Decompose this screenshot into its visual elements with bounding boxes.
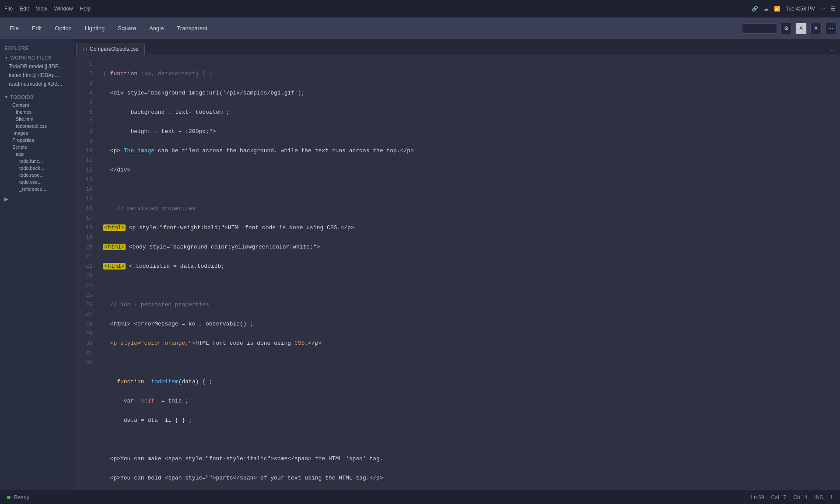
status-left: Ready — [7, 494, 29, 500]
code-line-11: <html> <.todolistid = data.todoidb; — [103, 262, 836, 271]
code-line-21: <p>You can make <span style="font-style:… — [103, 454, 836, 464]
tab-file-icon: ◻ — [83, 46, 87, 52]
toolbar-right: ⚙ A A ⋯ — [742, 23, 836, 34]
code-line-6: </div> — [103, 165, 836, 175]
code-editor[interactable]: 12345 678910 1112131415 1617181920 21222… — [74, 55, 840, 490]
sidebar-scripts[interactable]: Scripts — [0, 144, 74, 150]
todoidb-chevron: ▼ — [4, 95, 8, 99]
code-line-7 — [103, 185, 836, 194]
code-line-18: var self = this ; — [103, 396, 836, 406]
status-mode: INS — [814, 494, 823, 500]
hamburger-icon[interactable]: ☰ — [831, 6, 836, 12]
sidebar-sitehtml[interactable]: Site.html — [0, 116, 74, 122]
menu-edit[interactable]: Edit — [20, 6, 29, 12]
explore-header: EXPLORE — [0, 43, 74, 52]
theme-light-icon[interactable]: A — [795, 23, 807, 34]
sidebar-expand[interactable]: ▶ — [0, 192, 74, 206]
code-line-10: <html> <body style="background-color:yel… — [103, 242, 836, 252]
star-icon: ☆ — [821, 6, 826, 12]
menu-view[interactable]: View — [36, 6, 47, 12]
tab-more-button[interactable]: ... — [826, 43, 840, 55]
code-line-19: data = dta ll { } ; — [103, 416, 836, 425]
working-files-header[interactable]: ▼ WORKING FILES — [0, 52, 74, 62]
code-line-3: background . text- todoitem ; — [103, 108, 836, 117]
menu-file[interactable]: File — [4, 6, 13, 12]
code-line-16 — [103, 358, 836, 368]
clock: Tue 4:58 PM — [786, 6, 816, 12]
more-icon[interactable]: ⋯ — [825, 23, 836, 34]
toolbar-edit[interactable]: Edit — [26, 22, 48, 34]
code-line-14: <html> <errorMessage = ko , observable()… — [103, 319, 836, 329]
menu-help[interactable]: Help — [80, 6, 91, 12]
search-input[interactable] — [742, 23, 777, 34]
code-line-20 — [103, 435, 836, 444]
main: EXPLORE ▼ WORKING FILES TodoDB.model.jj … — [0, 39, 840, 490]
sidebar-item-readme[interactable]: readme.model.jj /IDB... — [0, 80, 74, 88]
sidebar-properties[interactable]: Properties — [0, 136, 74, 144]
tab-compareobjects[interactable]: ◻ CompareObjects.css — [76, 43, 145, 55]
todoidb-header[interactable]: ▼ TODOIDB — [0, 92, 74, 102]
titlebar: File Edit View Window Help 🔗 ☁ 📶 Tue 4:5… — [0, 0, 840, 18]
theme-dark-icon[interactable]: A — [810, 23, 822, 34]
working-files-chevron: ▼ — [4, 56, 8, 60]
status-ch: Ch 14 — [793, 494, 807, 500]
sidebar-todofunc[interactable]: todo.func... — [0, 158, 74, 164]
toolbar-option[interactable]: Option — [49, 22, 77, 34]
sidebar-content[interactable]: Content — [0, 102, 74, 108]
code-content[interactable]: ( function (ko, datacontext) { ) <div st… — [96, 55, 840, 490]
statusbar: Ready Ln 69 Cal 17 Ch 14 INS 1 — [0, 490, 840, 504]
status-right: Ln 69 Cal 17 Ch 14 INS 1 — [751, 494, 833, 500]
sidebar-todomodelcss[interactable]: todomodel.css — [0, 122, 74, 130]
sidebar-reference[interactable]: _reference... — [0, 186, 74, 192]
toolbar: File Edit Option Lighting Square Angle T… — [0, 18, 840, 39]
code-line-22: <p>You can bold <span style="">parts</sp… — [103, 473, 836, 483]
link-icon: 🔗 — [752, 6, 758, 12]
menu-window[interactable]: Window — [54, 6, 73, 12]
status-ln: Ln 69 — [751, 494, 764, 500]
code-line-2: <div style="background-image:url('/pix/s… — [103, 88, 836, 98]
toolbar-transparent[interactable]: Transparent — [171, 22, 214, 34]
sidebar-item-tododb[interactable]: TodoDB.model.jj /IDB... — [0, 62, 74, 71]
sidebar-todovee[interactable]: todo.vee... — [0, 178, 74, 186]
tab-bar: ◻ CompareObjects.css ... — [74, 39, 840, 55]
code-line-4: height . text - :200px;"> — [103, 127, 836, 136]
toolbar-lighting[interactable]: Lighting — [79, 22, 111, 34]
sidebar-item-indexhtml[interactable]: index.html.jj /IDBAp... — [0, 71, 74, 80]
toolbar-angle[interactable]: Angle — [143, 22, 170, 34]
titlebar-menu: File Edit View Window Help — [4, 6, 91, 12]
toolbar-square[interactable]: Square — [112, 22, 142, 34]
line-numbers: 12345 678910 1112131415 1617181920 21222… — [74, 55, 96, 490]
code-line-15: <p style="color:orange;">HTML font code … — [103, 339, 836, 348]
code-line-1: ( function (ko, datacontext) { ) — [103, 69, 836, 79]
code-line-9: <html> <p style="font-weight:bold;">HTML… — [103, 223, 836, 233]
status-text: Ready — [14, 494, 29, 500]
sidebar: EXPLORE ▼ WORKING FILES TodoDB.model.jj … — [0, 39, 74, 490]
status-page: 1 — [830, 494, 833, 500]
sidebar-app[interactable]: app — [0, 150, 74, 158]
code-line-17: function todoitem(data) { ; — [103, 377, 836, 387]
code-line-5: <p> The image can be tiled across the ba… — [103, 146, 836, 156]
code-line-12 — [103, 281, 836, 290]
code-line-8: // persisted properties — [103, 204, 836, 214]
toolbar-file[interactable]: File — [4, 22, 25, 34]
code-line-13: // Non - persisted properties — [103, 300, 836, 310]
tab-filename: CompareObjects.css — [90, 46, 138, 52]
wifi-icon: 📶 — [774, 6, 780, 12]
sidebar-themes[interactable]: themes — [0, 108, 74, 116]
sidebar-todoback[interactable]: todo.back... — [0, 164, 74, 172]
settings-icon[interactable]: ⚙ — [780, 23, 792, 34]
titlebar-right: 🔗 ☁ 📶 Tue 4:58 PM ☆ ☰ — [752, 6, 836, 12]
sidebar-images[interactable]: Images — [0, 130, 74, 136]
sidebar-todorepo[interactable]: todo.repo... — [0, 172, 74, 178]
cloud-icon: ☁ — [763, 6, 769, 12]
status-indicator — [7, 496, 10, 499]
editor-area: ◻ CompareObjects.css ... 12345 678910 11… — [74, 39, 840, 490]
status-col: Cal 17 — [771, 494, 787, 500]
